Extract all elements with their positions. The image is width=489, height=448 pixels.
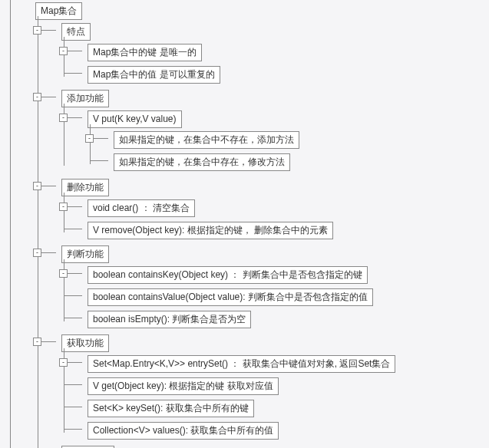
section-judge[interactable]: 判断功能 [61, 245, 109, 263]
leaf-node[interactable]: 如果指定的键，在集合中存在，修改方法 [114, 153, 290, 171]
collapse-icon[interactable]: - [33, 26, 41, 35]
leaf-node[interactable]: V get(Object key): 根据指定的键 获取对应值 [88, 377, 279, 395]
leaf-node[interactable]: Set<Map.Entry<K,V>> entrySet() ： 获取集合中键值… [88, 355, 395, 373]
collapse-icon[interactable]: - [59, 358, 68, 367]
leaf-node[interactable]: 如果指定的键，在集合中不存在，添加方法 [114, 131, 299, 149]
collapse-icon[interactable]: - [85, 134, 94, 143]
collapse-icon[interactable]: - [59, 203, 68, 211]
section-features[interactable]: 特点 [61, 23, 91, 41]
collapse-icon[interactable]: - [59, 269, 68, 278]
collapse-icon[interactable]: - [33, 249, 41, 257]
section-remove[interactable]: 删除功能 [61, 179, 109, 196]
leaf-node[interactable]: Set<K> keySet(): 获取集合中所有的键 [88, 400, 254, 417]
leaf-node[interactable]: Map集合中的值 是可以重复的 [88, 66, 220, 84]
leaf-node[interactable]: boolean isEmpty(): 判断集合是否为空 [88, 311, 251, 328]
leaf-node[interactable]: boolean containsValue(Object value): 判断集… [88, 288, 373, 306]
leaf-node[interactable]: Map集合中的键 是唯一的 [88, 44, 202, 61]
collapse-icon[interactable]: - [33, 182, 41, 190]
collapse-icon[interactable]: - [33, 93, 41, 101]
root-node[interactable]: Map集合 [35, 2, 82, 20]
section-get[interactable]: 获取功能 [61, 334, 109, 352]
mindmap-root: Map集合 - 特点 - Map集合中的键 是唯一的 Map集合中的值 是可以重… [23, 0, 489, 448]
leaf-node[interactable]: V remove(Object key): 根据指定的键， 删除集合中的元素 [88, 222, 333, 239]
leaf-node[interactable]: boolean containsKey(Object key) ： 判断集合中是… [88, 266, 368, 284]
collapse-icon[interactable]: - [59, 114, 68, 122]
method-put[interactable]: V put(K key,V value) [88, 110, 182, 128]
collapse-icon[interactable]: - [59, 47, 68, 55]
leaf-node[interactable]: Collection<V> values(): 获取集合中所有的值 [88, 422, 279, 440]
page-left-track [10, 0, 11, 448]
collapse-icon[interactable]: - [33, 338, 41, 346]
leaf-node[interactable]: void clear() ： 清空集合 [88, 199, 195, 217]
section-add[interactable]: 添加功能 [61, 90, 109, 107]
